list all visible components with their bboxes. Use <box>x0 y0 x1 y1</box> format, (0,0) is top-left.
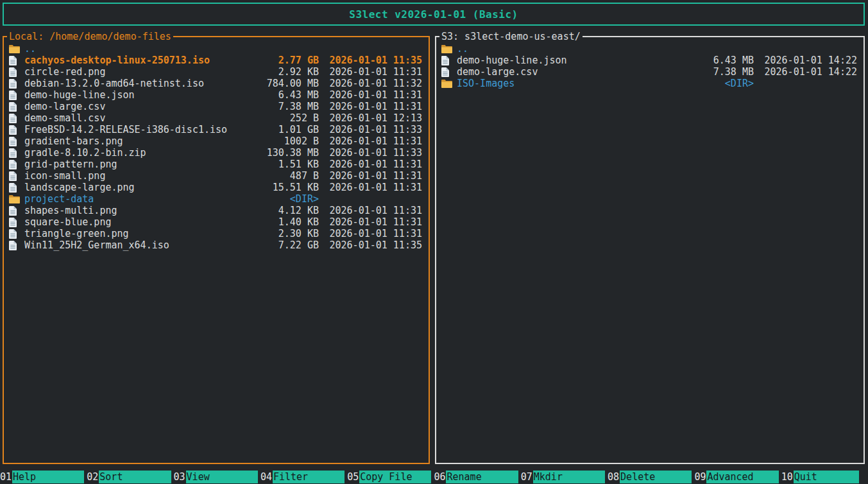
function-key-quit[interactable]: 10 Quit <box>781 471 868 483</box>
file-date: 2026-01-01 11:35 <box>329 55 422 66</box>
function-key-number: 09 <box>694 471 706 483</box>
file-row[interactable]: shapes-multi.png 4.12 KB 2026-01-01 11:3… <box>4 205 429 216</box>
file-name: demo-huge-line.json <box>24 89 245 101</box>
function-key-label: Filter <box>273 471 345 483</box>
app-title: S3lect v2026-01-01 (Basic) <box>349 8 518 21</box>
file-size: 4.12 KB <box>245 205 319 216</box>
file-row[interactable]: cachyos-desktop-linux-250713.iso 2.77 GB… <box>4 55 429 66</box>
file-name: shapes-multi.png <box>24 205 245 216</box>
file-icon <box>9 229 24 239</box>
file-date: 2026-01-01 11:31 <box>329 228 422 239</box>
file-row[interactable]: demo-large.csv 7.38 MB 2026-01-01 11:31 <box>4 101 429 112</box>
function-key-number: 08 <box>608 471 620 483</box>
s3-panel[interactable]: S3: s3lect-demo-us-east/ .. demo-huge-li… <box>435 36 865 464</box>
file-size: 7.38 MB <box>680 66 754 78</box>
file-size: 15.51 KB <box>245 182 319 193</box>
file-name: .. <box>457 43 680 55</box>
file-row[interactable]: Win11_25H2_German_x64.iso 7.22 GB 2026-0… <box>4 239 429 251</box>
function-key-number: 03 <box>174 471 186 483</box>
file-icon <box>9 91 24 100</box>
function-key-bar: 01 Help 02 Sort 03 View 04 Filter 05 Cop… <box>0 471 868 483</box>
file-row[interactable]: demo-huge-line.json 6.43 MB 2026-01-01 1… <box>4 89 429 101</box>
dir-row[interactable]: .. <box>4 43 429 55</box>
function-key-copy-file[interactable]: 05 Copy File <box>347 471 434 483</box>
function-key-label: Mkdir <box>533 471 605 483</box>
file-date: 2026-01-01 11:31 <box>329 101 422 112</box>
file-row[interactable]: demo-small.csv 252 B 2026-01-01 12:13 <box>4 112 429 124</box>
function-key-sort[interactable]: 02 Sort <box>87 471 173 483</box>
file-icon <box>9 171 24 181</box>
file-icon <box>9 102 24 112</box>
file-size: 2.30 KB <box>245 228 319 239</box>
file-row[interactable]: gradient-bars.png 1002 B 2026-01-01 11:3… <box>4 135 429 147</box>
file-name: landscape-large.png <box>24 182 245 193</box>
function-key-label: Sort <box>99 471 171 483</box>
file-size: 1.01 GB <box>245 124 319 135</box>
folder-icon <box>441 45 457 53</box>
function-key-view[interactable]: 03 View <box>174 471 260 483</box>
file-name: project-data <box>24 193 245 205</box>
file-icon <box>9 137 24 146</box>
dir-row[interactable]: .. <box>436 43 864 55</box>
function-key-help[interactable]: 01 Help <box>0 471 87 483</box>
file-icon <box>9 114 24 123</box>
file-name: ISO-Images <box>457 78 680 89</box>
file-row[interactable]: demo-huge-line.json 6.43 MB 2026-01-01 1… <box>436 55 864 66</box>
function-key-number: 04 <box>260 471 273 483</box>
file-icon <box>9 67 24 77</box>
file-row[interactable]: debian-13.2.0-amd64-netinst.iso 784.00 M… <box>4 78 429 89</box>
file-date: 2026-01-01 11:31 <box>329 216 422 228</box>
file-date: 2026-01-01 14:22 <box>764 55 857 66</box>
file-date: 2026-01-01 11:31 <box>329 89 422 101</box>
file-row[interactable]: square-blue.png 1.40 KB 2026-01-01 11:31 <box>4 216 429 228</box>
file-row[interactable]: circle-red.png 2.92 KB 2026-01-01 11:31 <box>4 66 429 78</box>
dir-row[interactable]: ISO-Images <DIR> <box>436 78 864 89</box>
file-row[interactable]: grid-pattern.png 1.51 KB 2026-01-01 11:3… <box>4 159 429 170</box>
file-size: 6.43 MB <box>245 89 319 101</box>
file-size: 487 B <box>245 170 319 182</box>
function-key-filter[interactable]: 04 Filter <box>260 471 347 483</box>
file-size: <DIR> <box>245 193 319 205</box>
file-row[interactable]: landscape-large.png 15.51 KB 2026-01-01 … <box>4 182 429 193</box>
file-row[interactable]: FreeBSD-14.2-RELEASE-i386-disc1.iso 1.01… <box>4 124 429 135</box>
file-icon <box>9 148 24 158</box>
function-key-rename[interactable]: 06 Rename <box>434 471 520 483</box>
file-size: 784.00 MB <box>245 78 319 89</box>
function-key-advanced[interactable]: 09 Advanced <box>694 471 781 483</box>
function-key-label: Advanced <box>706 471 778 483</box>
file-row[interactable]: icon-small.png 487 B 2026-01-01 11:31 <box>4 170 429 182</box>
file-name: demo-huge-line.json <box>457 55 680 66</box>
s3-file-list: .. demo-huge-line.json 6.43 MB 2026-01-0… <box>436 37 864 89</box>
file-icon <box>9 241 24 250</box>
local-file-list: .. cachyos-desktop-linux-250713.iso 2.77… <box>4 37 429 251</box>
file-row[interactable]: triangle-green.png 2.30 KB 2026-01-01 11… <box>4 228 429 239</box>
file-name: FreeBSD-14.2-RELEASE-i386-disc1.iso <box>24 124 245 135</box>
file-row[interactable]: gradle-8.10.2-bin.zip 130.38 MB 2026-01-… <box>4 147 429 159</box>
function-key-number: 06 <box>434 471 446 483</box>
file-name: gradle-8.10.2-bin.zip <box>24 147 245 159</box>
file-size: 1002 B <box>245 135 319 147</box>
function-key-delete[interactable]: 08 Delete <box>608 471 694 483</box>
function-key-mkdir[interactable]: 07 Mkdir <box>521 471 608 483</box>
dir-row[interactable]: project-data <DIR> <box>4 193 429 205</box>
function-key-label: Help <box>12 471 84 483</box>
file-icon <box>9 125 24 135</box>
file-name: grid-pattern.png <box>24 159 245 170</box>
file-size: 6.43 MB <box>680 55 754 66</box>
function-key-label: Delete <box>620 471 692 483</box>
file-date: 2026-01-01 11:31 <box>329 170 422 182</box>
file-size: <DIR> <box>680 78 754 89</box>
file-size: 2.77 GB <box>245 55 319 66</box>
file-row[interactable]: demo-large.csv 7.38 MB 2026-01-01 14:22 <box>436 66 864 78</box>
file-name: Win11_25H2_German_x64.iso <box>24 239 245 251</box>
function-key-number: 02 <box>87 471 99 483</box>
file-name: demo-small.csv <box>24 112 245 124</box>
function-key-number: 01 <box>0 471 12 483</box>
file-name: gradient-bars.png <box>24 135 245 147</box>
file-date: 2026-01-01 14:22 <box>764 66 857 78</box>
local-panel[interactable]: Local: /home/demo/demo-files .. cachyos-… <box>3 36 430 464</box>
s3-panel-title: S3: s3lect-demo-us-east/ <box>439 30 583 43</box>
file-date: 2026-01-01 11:31 <box>329 182 422 193</box>
file-name: triangle-green.png <box>24 228 245 239</box>
file-date: 2026-01-01 11:33 <box>329 147 422 159</box>
